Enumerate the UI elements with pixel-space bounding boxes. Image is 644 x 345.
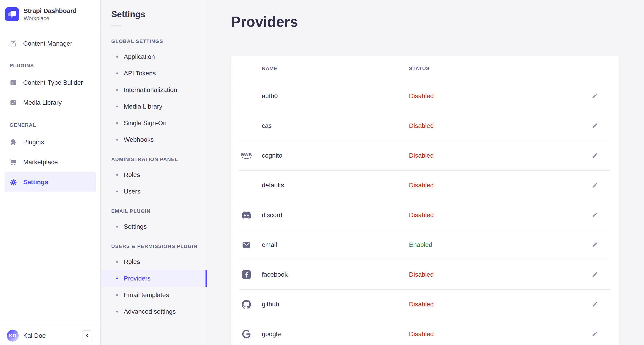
status-badge: Enabled — [409, 241, 579, 248]
provider-name: facebook — [262, 271, 409, 278]
bullet-icon — [116, 226, 118, 228]
picture-icon — [10, 99, 17, 106]
table-row[interactable]: github Disabled — [239, 289, 610, 319]
edit-provider-button[interactable] — [590, 329, 600, 339]
subnav-section-title: USERS & PERMISSIONS PLUGIN — [111, 243, 207, 250]
sidebar-item-label: Plugins — [23, 138, 44, 146]
bullet-icon — [116, 311, 118, 312]
provider-name: cognito — [262, 152, 409, 159]
subnav-item-admin-users[interactable]: Users — [100, 183, 207, 200]
sidebar-item-label: Content Manager — [23, 40, 72, 47]
github-icon — [239, 299, 254, 310]
facebook-icon — [239, 269, 254, 280]
bullet-icon — [116, 294, 118, 296]
edit-provider-button[interactable] — [590, 91, 600, 101]
status-badge: Disabled — [409, 92, 579, 100]
subnav-item-api-tokens[interactable]: API Tokens — [100, 65, 207, 82]
chevron-left-icon — [84, 333, 90, 339]
status-badge: Disabled — [409, 301, 579, 308]
subnav-section-title: GLOBAL SETTINGS — [111, 38, 207, 45]
gear-icon — [10, 178, 17, 186]
bullet-icon — [116, 174, 118, 176]
edit-provider-button[interactable] — [590, 299, 600, 309]
provider-name: email — [262, 241, 409, 248]
sidebar-section-general: GENERAL — [0, 122, 100, 128]
table-row[interactable]: discord Disabled — [239, 200, 610, 230]
collapse-sidebar-button[interactable] — [82, 330, 92, 341]
sidebar-item-settings[interactable]: Settings — [4, 172, 96, 192]
pencil-icon — [591, 122, 598, 129]
status-badge: Disabled — [409, 122, 579, 130]
status-badge: Disabled — [409, 271, 579, 278]
avatar: KD — [7, 330, 18, 342]
subnav-title: Settings — [111, 9, 207, 20]
sidebar-item-label: Media Library — [23, 99, 62, 106]
table-row[interactable]: google Disabled — [239, 319, 610, 345]
table-row[interactable]: facebook Disabled — [239, 260, 610, 289]
puzzle-icon — [10, 138, 17, 146]
app-window: Strapi Dashboard Workplace Content Manag… — [0, 0, 644, 345]
provider-name: google — [262, 330, 409, 338]
table-header: NAME STATUS — [239, 56, 610, 81]
subnav-item-email-templates[interactable]: Email templates — [100, 287, 207, 303]
pencil-icon — [591, 93, 598, 100]
pencil-icon — [591, 301, 598, 308]
edit-provider-button[interactable] — [590, 240, 600, 250]
provider-name: discord — [262, 212, 409, 219]
subnav-item-up-roles[interactable]: Roles — [100, 254, 207, 270]
strapi-logo-icon — [5, 7, 19, 21]
sidebar-section-plugins: PLUGINS — [0, 62, 100, 69]
table-row[interactable]: aws cognito Disabled — [239, 140, 610, 170]
workspace-subtitle: Workplace — [24, 15, 76, 22]
subnav-item-webhooks[interactable]: Webhooks — [100, 131, 207, 148]
no-icon — [239, 120, 254, 132]
sidebar-item-plugins[interactable]: Plugins — [0, 132, 100, 152]
provider-name: cas — [262, 122, 409, 130]
table-row[interactable]: defaults Disabled — [239, 170, 610, 200]
user-name: Kai Doe — [23, 332, 46, 339]
main-content: Providers NAME STATUS auth0 Disabled c — [207, 0, 644, 345]
sidebar-item-content-manager[interactable]: Content Manager — [0, 34, 100, 54]
sidebar-item-marketplace[interactable]: Marketplace — [0, 152, 100, 172]
pencil-icon — [591, 331, 598, 338]
no-icon — [239, 90, 254, 102]
aws-icon: aws — [239, 150, 254, 161]
sidebar-item-label: Settings — [23, 178, 48, 186]
subnav-item-email-settings[interactable]: Settings — [100, 218, 207, 235]
user-section: KD Kai Doe — [0, 326, 100, 345]
shopping-cart-icon — [10, 158, 17, 166]
column-header-name: NAME — [262, 66, 409, 72]
sidebar-item-content-type-builder[interactable]: Content-Type Builder — [0, 73, 100, 93]
page-title: Providers — [231, 13, 644, 31]
subnav-item-internationalization[interactable]: Internationalization — [100, 82, 207, 98]
envelope-icon — [239, 239, 254, 250]
bullet-icon — [116, 89, 118, 91]
subnav-item-providers[interactable]: Providers — [100, 270, 207, 287]
subnav-item-media-library[interactable]: Media Library — [100, 98, 207, 115]
edit-provider-button[interactable] — [590, 150, 600, 160]
edit-provider-button[interactable] — [590, 180, 600, 190]
table-row[interactable]: email Enabled — [239, 230, 610, 260]
bullet-icon — [116, 139, 118, 140]
discord-icon — [239, 210, 254, 221]
sidebar-item-media-library[interactable]: Media Library — [0, 93, 100, 113]
subnav-item-admin-roles[interactable]: Roles — [100, 166, 207, 183]
edit-provider-button[interactable] — [590, 210, 600, 220]
subnav-item-single-sign-on[interactable]: Single Sign-On — [100, 115, 207, 131]
providers-table: NAME STATUS auth0 Disabled cas Disabled — [231, 56, 619, 345]
table-row[interactable]: auth0 Disabled — [239, 81, 610, 111]
subnav-section-users-permissions-plugin: USERS & PERMISSIONS PLUGIN Roles Provide… — [100, 243, 207, 320]
subnav-section-title: EMAIL PLUGIN — [111, 208, 207, 215]
edit-provider-button[interactable] — [590, 270, 600, 280]
pencil-icon — [591, 212, 598, 218]
status-badge: Disabled — [409, 330, 579, 338]
bullet-icon — [116, 106, 118, 108]
edit-provider-button[interactable] — [590, 121, 600, 131]
subnav-item-application[interactable]: Application — [100, 48, 207, 65]
table-row[interactable]: cas Disabled — [239, 111, 610, 140]
workspace-switcher[interactable]: Strapi Dashboard Workplace — [0, 0, 100, 29]
subnav-section-global-settings: GLOBAL SETTINGS Application API Tokens I… — [100, 38, 207, 148]
subnav-item-advanced-settings[interactable]: Advanced settings — [100, 303, 207, 320]
status-badge: Disabled — [409, 182, 579, 189]
subnav-section-administration-panel: ADMINISTRATION PANEL Roles Users — [100, 156, 207, 200]
